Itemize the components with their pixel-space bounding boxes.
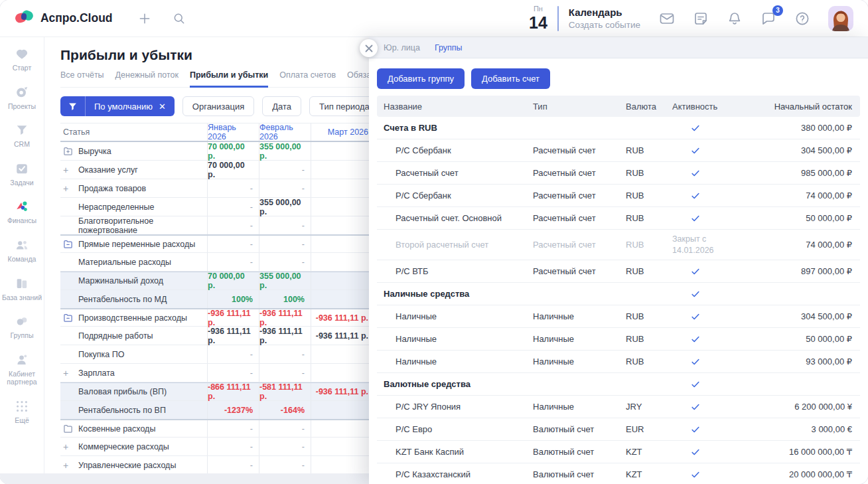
account-row[interactable]: НаличныеНаличныеRUB304 500,00 ₽ — [377, 305, 860, 328]
account-type: Наличные — [533, 311, 626, 321]
panel-close-button[interactable] — [360, 39, 378, 57]
sidebar-item-groups[interactable]: Группы — [0, 314, 44, 340]
account-row[interactable]: Р/С КазахстанскийВалютный счетKZT20 000 … — [377, 463, 860, 484]
account-activity-cell: Закрыт с 14.01.2026 — [672, 234, 751, 256]
account-type: Валютный счет — [533, 424, 626, 434]
account-row[interactable]: Второй расчетный счетРасчетный счетRUBЗа… — [377, 230, 860, 260]
account-row[interactable]: НаличныеНаличныеRUB50 000,00 ₽ — [377, 328, 860, 351]
activity-check-icon[interactable] — [691, 146, 700, 155]
sidebar-item-more[interactable]: Ещё — [0, 399, 44, 425]
account-group-row[interactable]: Валютные средства — [377, 373, 860, 396]
activity-check-icon[interactable] — [691, 214, 700, 223]
pl-month-header[interactable]: Март 2026 — [311, 123, 374, 141]
sidebar-item-tasks[interactable]: Задачи — [0, 161, 44, 187]
activity-check-icon[interactable] — [691, 169, 700, 178]
search-icon[interactable] — [173, 12, 186, 25]
add-account-button[interactable]: Добавить счет — [471, 68, 550, 89]
pl-value-cell: -1237% — [207, 401, 259, 419]
account-row[interactable]: Р/С ЕвроВалютный счетEUR3 000,00 € — [377, 418, 860, 441]
expand-plus-icon[interactable]: + — [63, 461, 78, 470]
folder-plus-icon[interactable] — [63, 146, 78, 156]
panel-tab-2[interactable]: Группы — [435, 43, 463, 52]
folder-minus-icon[interactable] — [63, 239, 78, 249]
panel-tab-1[interactable]: Юр. лица — [384, 43, 420, 52]
app-logo[interactable]: Аспро.Cloud — [15, 9, 113, 29]
pl-row-label: Прямые переменные расходы — [78, 240, 195, 249]
pl-month-header[interactable]: Февраль 2026 — [259, 123, 311, 141]
account-type: Валютный счет — [533, 447, 626, 457]
expand-plus-icon[interactable]: + — [63, 165, 78, 175]
filter-button-1[interactable]: Организация — [182, 96, 254, 116]
sidebar-item-start[interactable]: Старт — [0, 46, 44, 72]
account-group-row[interactable]: Счета в RUB380 000,00 ₽ — [377, 117, 860, 139]
pl-row-label-cell: Рентабельность по МД — [60, 290, 207, 308]
filter-preset-clear-icon[interactable]: ✕ — [159, 102, 166, 112]
folder-icon[interactable] — [63, 424, 78, 434]
filter-button-2[interactable]: Дата — [262, 96, 301, 116]
account-row[interactable]: НаличныеНаличныеRUB93 000,00 ₽ — [377, 351, 860, 373]
folder-minus-icon[interactable] — [63, 313, 78, 323]
activity-check-icon[interactable] — [691, 447, 700, 457]
tab-2[interactable]: Денежный поток — [115, 66, 179, 88]
activity-check-icon[interactable] — [691, 425, 700, 434]
add-group-button[interactable]: Добавить группу — [377, 68, 465, 89]
sidebar-item-finance[interactable]: Финансы — [0, 199, 44, 225]
app-window: Аспро.Cloud Пн 14 Календарь Создать собы… — [0, 0, 868, 484]
help-icon[interactable] — [794, 11, 810, 27]
activity-check-icon[interactable] — [691, 289, 700, 299]
account-row[interactable]: Р/С СбербанкРасчетный счетRUB304 500,00 … — [377, 139, 860, 162]
tab-3[interactable]: Прибыли и убытки — [190, 66, 268, 88]
expand-plus-icon[interactable]: + — [63, 442, 78, 451]
pl-value-cell: - — [259, 216, 311, 234]
sidebar-item-knowledge-base[interactable]: База знаний — [0, 276, 44, 302]
activity-check-icon[interactable] — [691, 402, 700, 412]
notes-icon[interactable] — [693, 11, 709, 27]
activity-check-icon[interactable] — [691, 335, 700, 344]
pl-month-header[interactable]: Январь 2026 — [207, 123, 259, 141]
mail-icon[interactable] — [659, 11, 675, 27]
sidebar-item-team[interactable]: Команда — [0, 238, 44, 264]
account-balance: 380 000,00 ₽ — [751, 123, 860, 133]
sidebar-item-projects[interactable]: Проекты — [0, 85, 44, 111]
create-plus-button[interactable] — [138, 12, 151, 25]
activity-check-icon[interactable] — [691, 123, 700, 133]
account-type: Наличные — [533, 402, 626, 412]
pl-row-label-cell: Маржинальный доход — [60, 272, 207, 289]
activity-check-icon[interactable] — [691, 312, 700, 321]
activity-check-icon[interactable] — [691, 380, 700, 389]
activity-check-icon[interactable] — [691, 267, 700, 276]
create-event-link[interactable]: Создать событие — [569, 20, 640, 30]
account-row[interactable]: Р/С ВТБРасчетный счетRUB897 000,00 ₽ — [377, 260, 860, 283]
account-type: Расчетный счет — [533, 145, 626, 155]
expand-plus-icon[interactable]: + — [63, 368, 78, 378]
account-row[interactable]: KZT Банк КаспийВалютный счетKZT16 000 00… — [377, 441, 860, 463]
activity-check-icon[interactable] — [691, 470, 700, 479]
pl-row-label-cell: +Коммерческие расходы — [60, 438, 207, 455]
user-avatar[interactable] — [828, 6, 853, 31]
activity-check-icon[interactable] — [691, 191, 700, 201]
account-currency: RUB — [626, 357, 672, 366]
account-row[interactable]: Расчетный счетРасчетный счетRUB985 000,0… — [377, 162, 860, 185]
sidebar-item-partner-cabinet[interactable]: Кабинет партнера — [0, 353, 44, 386]
account-balance: 304 500,00 ₽ — [751, 145, 860, 155]
pl-row-label: Оказание услуг — [78, 165, 138, 175]
tab-4[interactable]: Оплата счетов — [279, 66, 336, 88]
sidebar-item-crm[interactable]: CRM — [0, 123, 44, 149]
filter-preset-chip[interactable]: По умолчанию ✕ — [60, 96, 175, 116]
account-group-row[interactable]: Наличные средства — [377, 283, 860, 305]
bell-icon[interactable] — [727, 11, 743, 27]
account-balance: 897 000,00 ₽ — [751, 266, 860, 276]
account-row[interactable]: Расчетный счет. ОсновнойРасчетный счетRU… — [377, 207, 860, 230]
expand-plus-icon[interactable]: + — [63, 184, 78, 193]
account-row[interactable]: Р/С JRY ЯпонияНаличныеJRY6 200 000,00 ¥ — [377, 396, 860, 418]
calendar-block[interactable]: Календарь Создать событие — [569, 7, 640, 30]
account-name: Р/С JRY Япония — [377, 402, 533, 412]
chat-icon[interactable]: 3 — [760, 11, 776, 27]
account-row[interactable]: Р/С СбербанкРасчетный счетRUB74 000,00 ₽ — [377, 185, 860, 207]
current-date[interactable]: Пн 14 — [529, 5, 547, 31]
account-currency: RUB — [626, 168, 672, 178]
pl-value-cell: -936 111,11 р. — [311, 309, 374, 326]
sidebar-item-label: Кабинет партнера — [0, 370, 44, 386]
tab-1[interactable]: Все отчёты — [60, 66, 104, 88]
activity-check-icon[interactable] — [691, 357, 700, 366]
